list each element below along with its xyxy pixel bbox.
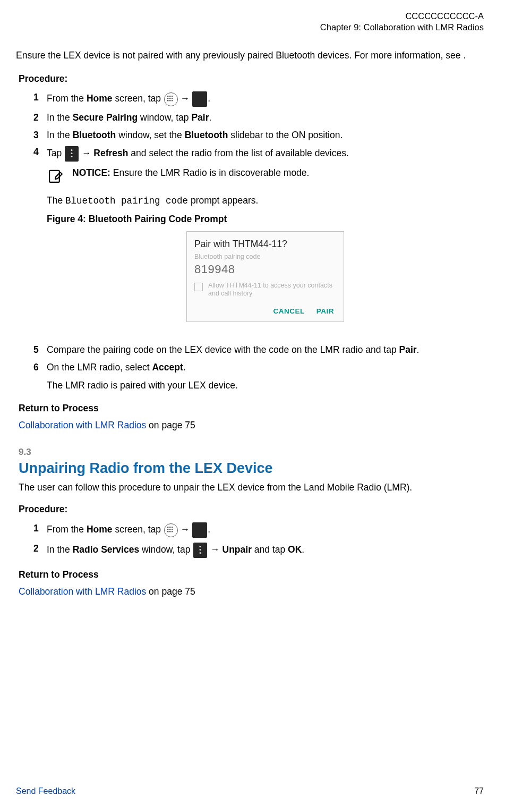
apps-grid-icon <box>164 523 178 537</box>
text: Compare the pairing code on the LEX devi… <box>47 344 399 355</box>
step-number: 5 <box>33 344 47 357</box>
text: . <box>183 362 186 373</box>
step-number: 2 <box>33 543 47 558</box>
app-tile-icon <box>192 91 207 107</box>
page-header: CCCCCCCCCCC-A Chapter 9: Collaboration w… <box>16 11 484 33</box>
bluetooth-label: Bluetooth <box>73 130 116 140</box>
section-title: Unpairing Radio from the LEX Device <box>19 459 484 478</box>
pair-label: Pair <box>399 344 416 355</box>
text: window, tap <box>138 112 191 123</box>
accept-label: Accept <box>152 362 183 373</box>
pair-button[interactable]: PAIR <box>316 307 334 316</box>
svg-rect-0 <box>49 171 59 182</box>
unpair-label: Unpair <box>222 544 252 555</box>
procedure-step: 3 In the Bluetooth window, set the Bluet… <box>33 129 484 142</box>
step-number: 6 <box>33 361 47 392</box>
radio-services-label: Radio Services <box>73 544 139 555</box>
notice-icon <box>47 167 65 185</box>
text: In the <box>47 112 73 123</box>
app-tile-icon <box>192 522 207 538</box>
code-text: Bluetooth pairing code <box>65 196 188 206</box>
text: window, set the <box>116 130 184 140</box>
text: From the <box>47 93 87 104</box>
arrow-icon: → <box>181 523 190 536</box>
intro-paragraph: Ensure the LEX device is not paired with… <box>16 49 484 62</box>
ok-label: OK <box>288 544 302 555</box>
text: and select the radio from the list of av… <box>128 148 348 159</box>
text: From the <box>47 524 87 535</box>
overflow-menu-icon <box>193 543 207 558</box>
doc-id: CCCCCCCCCCC-A <box>16 11 484 22</box>
step-number: 1 <box>33 91 47 107</box>
return-to-process-label: Return to Process <box>19 569 484 581</box>
text: window, tap <box>139 544 193 555</box>
text: . <box>208 93 210 104</box>
notice-block: NOTICE: Ensure the LMR Radio is in disco… <box>47 167 484 185</box>
dialog-title: Pair with THTM44-11? <box>187 232 344 252</box>
procedure-step: 4 Tap → Refresh and select the radio fro… <box>33 146 484 339</box>
section-number: 9.3 <box>19 446 484 459</box>
overflow-menu-icon <box>65 146 79 162</box>
text: . <box>417 344 420 355</box>
figure-caption: Figure 4: Bluetooth Pairing Code Prompt <box>47 213 484 226</box>
cancel-button[interactable]: CANCEL <box>273 307 304 316</box>
bluetooth-label: Bluetooth <box>185 130 228 140</box>
page-footer: Send Feedback 77 <box>16 785 484 797</box>
pair-label: Pair <box>191 112 209 123</box>
step-result-text: The LMR radio is paired with your LEX de… <box>47 379 484 392</box>
text: screen, tap <box>113 93 164 104</box>
step-number: 2 <box>33 112 47 124</box>
allow-access-checkbox[interactable] <box>194 283 203 291</box>
procedure-step: 2 In the Radio Services window, tap → Un… <box>33 543 484 558</box>
text: . <box>208 524 210 535</box>
allow-access-label: Allow THTM44-11 to access your contacts … <box>208 282 336 298</box>
notice-label: NOTICE: <box>72 167 110 178</box>
dialog-subtitle: Bluetooth pairing code <box>187 251 344 261</box>
step-number: 1 <box>33 522 47 538</box>
procedure-label: Procedure: <box>19 73 484 86</box>
secure-pairing-label: Secure Pairing <box>73 112 138 123</box>
return-link-tail: on page 75 <box>146 420 195 430</box>
home-label: Home <box>87 524 113 535</box>
procedure-step: 1 From the Home screen, tap →. <box>33 522 484 538</box>
step-number: 4 <box>33 146 47 339</box>
text: . <box>302 544 304 555</box>
pairing-code-value: 819948 <box>187 261 344 282</box>
return-link[interactable]: Collaboration with LMR Radios <box>19 420 146 430</box>
text: On the LMR radio, select <box>47 362 152 373</box>
text: The <box>47 195 65 206</box>
arrow-icon: → <box>208 544 222 555</box>
text: In the <box>47 544 73 555</box>
chapter-line: Chapter 9: Collaboration with LMR Radios <box>16 22 484 33</box>
text: . <box>209 112 211 123</box>
text: Tap <box>47 148 64 159</box>
return-to-process-label: Return to Process <box>19 402 484 415</box>
text: In the <box>47 130 73 140</box>
return-link-tail: on page 75 <box>146 586 195 597</box>
arrow-icon: → <box>79 148 93 159</box>
procedure-step: 2 In the Secure Pairing window, tap Pair… <box>33 112 484 124</box>
arrow-icon: → <box>181 92 190 105</box>
dialog-permission-row: Allow THTM44-11 to access your contacts … <box>187 282 344 303</box>
return-link[interactable]: Collaboration with LMR Radios <box>19 586 146 597</box>
text: screen, tap <box>113 524 164 535</box>
step-number: 3 <box>33 129 47 142</box>
procedure-step: 6 On the LMR radio, select Accept. The L… <box>33 361 484 392</box>
notice-text: Ensure the LMR Radio is in discoverable … <box>110 167 310 178</box>
send-feedback-link[interactable]: Send Feedback <box>16 785 75 797</box>
procedure-step: 5 Compare the pairing code on the LEX de… <box>33 344 484 357</box>
procedure-label: Procedure: <box>19 503 484 516</box>
procedure-step: 1 From the Home screen, tap →. <box>33 91 484 107</box>
section-intro: The user can follow this procedure to un… <box>19 481 484 494</box>
text: slidebar to the ON position. <box>228 130 343 140</box>
pairing-dialog: Pair with THTM44-11? Bluetooth pairing c… <box>186 231 344 323</box>
text: and tap <box>252 544 288 555</box>
text: prompt appears. <box>188 195 258 206</box>
home-label: Home <box>87 93 113 104</box>
refresh-label: Refresh <box>93 148 128 159</box>
apps-grid-icon <box>164 92 178 106</box>
page-number: 77 <box>474 785 484 797</box>
